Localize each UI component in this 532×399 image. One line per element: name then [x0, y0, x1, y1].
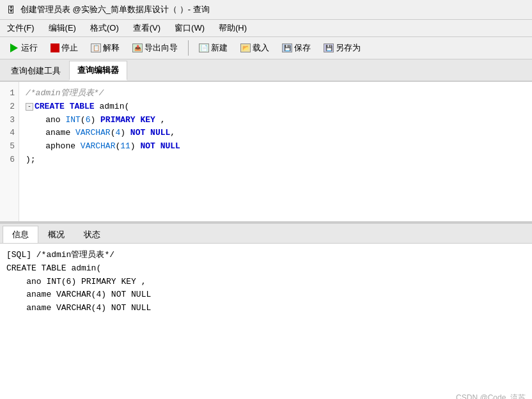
new-button[interactable]: 📄 新建: [195, 40, 231, 56]
paren5: (: [115, 140, 120, 153]
saveas-label: 另存为: [336, 42, 361, 54]
sp3: [145, 127, 150, 140]
main-layout: 1 2 3 4 5 6 /*admin管理员表*/ - CREATE TABLE…: [0, 82, 532, 399]
run-button[interactable]: 运行: [5, 40, 42, 56]
title-text: 创建管理员表 @实验六_简单数据库设计（ ）- 查询: [20, 4, 210, 15]
run-label: 运行: [21, 42, 38, 54]
menu-help[interactable]: 帮助(H): [217, 22, 249, 35]
load-label: 载入: [253, 42, 269, 54]
new-icon: 📄: [199, 43, 209, 52]
editor-area: 1 2 3 4 5 6 /*admin管理员表*/ - CREATE TABLE…: [0, 82, 532, 223]
output-line-2: CREATE TABLE admin(: [6, 262, 526, 276]
explain-label: 解释: [103, 42, 120, 54]
code-line-4: aname VARCHAR ( 4 ) NOT NULL ,: [26, 127, 526, 140]
output-line-1: [SQL] /*admin管理员表*/: [6, 249, 526, 262]
paren4: ): [120, 127, 130, 140]
paren3: (: [111, 127, 116, 140]
code-line-5: aphone VARCHAR ( 11 ) NOT NULL: [26, 140, 526, 153]
load-icon: 📂: [240, 43, 251, 52]
menu-bar: 文件(F) 编辑(E) 格式(O) 查看(V) 窗口(W) 帮助(H): [0, 20, 532, 37]
title-icon: 🗄: [5, 4, 17, 15]
code-editor[interactable]: /*admin管理员表*/ - CREATE TABLE admin( ano …: [19, 82, 532, 221]
kw-null1: NULL: [150, 127, 170, 140]
code-line-2: - CREATE TABLE admin(: [26, 100, 526, 114]
tab-query-editor[interactable]: 查询编辑器: [69, 61, 127, 81]
col-aphone: aphone: [26, 140, 81, 153]
output-line-3: ano INT(6) PRIMARY KEY ,: [6, 276, 526, 289]
save-label: 保存: [294, 42, 311, 54]
save-button[interactable]: 💾 保存: [278, 40, 315, 56]
query-tab-bar: 查询创建工具 查询编辑器: [0, 59, 532, 82]
kw-null2: NULL: [160, 140, 180, 153]
kw-key: KEY: [140, 114, 155, 127]
type-varchar2: VARCHAR: [81, 140, 116, 153]
code-line-1: /*admin管理员表*/: [26, 87, 526, 100]
paren2: ): [90, 114, 100, 127]
type-int: INT: [65, 114, 80, 127]
tbl-name: admin(: [95, 100, 130, 114]
varchar2-size: 11: [120, 140, 130, 153]
menu-view[interactable]: 查看(V): [131, 22, 162, 35]
line-num-6: 6: [4, 153, 15, 167]
saveas-icon: 💾: [324, 43, 334, 52]
sp4: [155, 140, 160, 153]
toolbar-separator: [188, 40, 189, 56]
code-line-6: );: [26, 153, 526, 167]
menu-edit[interactable]: 编辑(E): [47, 22, 78, 35]
save-icon: 💾: [282, 43, 292, 52]
comma1: ,: [155, 114, 166, 127]
line-num-2: 2: [4, 100, 15, 114]
kw-table: TABLE: [70, 100, 95, 114]
kw-not2: NOT: [140, 140, 155, 153]
menu-format[interactable]: 格式(O): [88, 22, 121, 35]
varchar1-size: 4: [115, 127, 120, 140]
line-num-3: 3: [4, 114, 15, 127]
bottom-tab-bar: 信息 概况 状态: [0, 224, 532, 244]
explain-button[interactable]: 📋 解释: [87, 40, 123, 56]
explain-icon: 📋: [91, 43, 101, 52]
int-size: 6: [86, 114, 91, 127]
type-varchar1: VARCHAR: [75, 127, 111, 140]
toolbar: 运行 停止 📋 解释 📤 导出向导 📄 新建 📂 载入 💾 保存 💾 另存为: [0, 37, 532, 59]
close-bracket: );: [26, 153, 36, 167]
watermark: CSDN @Code_流苏: [456, 392, 526, 399]
stop-button[interactable]: 停止: [47, 40, 82, 56]
export-label: 导出向导: [145, 42, 178, 54]
kw-not1: NOT: [130, 127, 145, 140]
output-area: [SQL] /*admin管理员表*/ CREATE TABLE admin( …: [0, 244, 532, 399]
new-label: 新建: [211, 42, 228, 54]
tab-info[interactable]: 信息: [3, 226, 38, 243]
export-button[interactable]: 📤 导出向导: [129, 40, 182, 56]
title-bar: 🗄 创建管理员表 @实验六_简单数据库设计（ ）- 查询: [0, 0, 532, 20]
run-icon: [9, 43, 19, 53]
kw-create: CREATE: [35, 100, 65, 114]
code-comment: /*admin管理员表*/: [26, 87, 104, 100]
sp2: [136, 114, 141, 127]
kw-primary: PRIMARY: [100, 114, 136, 127]
sp1: [65, 100, 70, 114]
line-numbers: 1 2 3 4 5 6: [0, 82, 19, 221]
tab-status[interactable]: 状态: [74, 226, 110, 243]
comma2: ,: [170, 127, 175, 140]
menu-window[interactable]: 窗口(W): [173, 22, 207, 35]
saveas-button[interactable]: 💾 另存为: [320, 40, 364, 56]
bottom-panel: 信息 概况 状态 [SQL] /*admin管理员表*/ CREATE TABL…: [0, 223, 532, 399]
load-button[interactable]: 📂 载入: [237, 40, 273, 56]
line-num-5: 5: [4, 140, 15, 153]
fold-icon[interactable]: -: [26, 103, 33, 111]
tab-overview[interactable]: 概况: [38, 226, 74, 243]
code-line-3: ano INT ( 6 ) PRIMARY KEY ,: [26, 114, 526, 127]
export-icon: 📤: [132, 43, 143, 52]
col-ano: ano: [26, 114, 65, 127]
line-num-1: 1: [4, 87, 15, 100]
col-aname: aname: [26, 127, 75, 140]
output-line-4: aname VARCHAR(4) NOT NULL: [6, 288, 526, 302]
stop-label: 停止: [61, 42, 78, 54]
output-line-5: aname VARCHAR(4) NOT NULL: [6, 302, 526, 315]
paren1: (: [81, 114, 86, 127]
tab-query-builder[interactable]: 查询创建工具: [3, 61, 69, 81]
line-num-4: 4: [4, 127, 15, 140]
paren6: ): [130, 140, 141, 153]
menu-file[interactable]: 文件(F): [5, 22, 36, 35]
stop-icon: [51, 43, 59, 52]
